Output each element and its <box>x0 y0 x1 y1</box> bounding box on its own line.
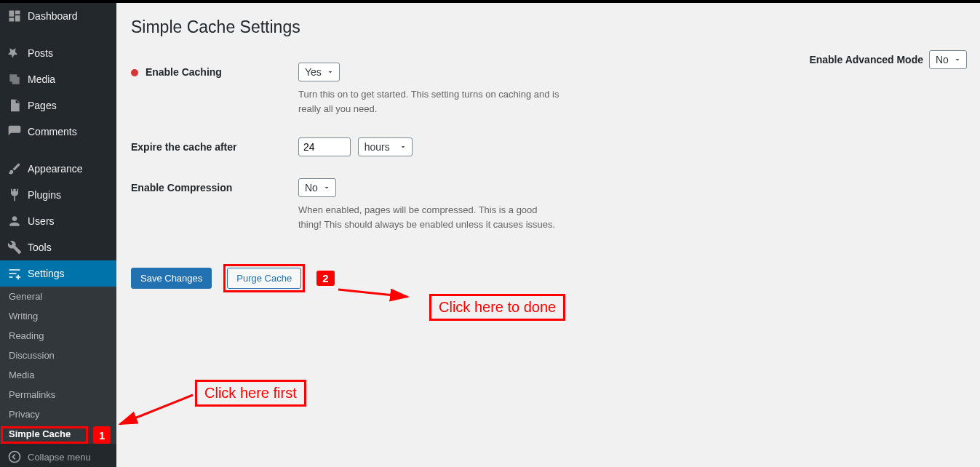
compression-select[interactable]: No <box>298 178 336 197</box>
save-changes-button[interactable]: Save Changes <box>131 268 212 289</box>
annotation-box-purge: Purge Cache <box>223 264 305 292</box>
brush-icon <box>7 161 22 176</box>
content-area: Simple Cache Settings Enable Advanced Mo… <box>116 3 980 307</box>
sidebar-item-plugins[interactable]: Plugins <box>0 182 116 208</box>
submenu-item-permalinks[interactable]: Permalinks <box>0 385 116 404</box>
compression-desc: When enabled, pages will be compressed. … <box>298 203 560 231</box>
annotation-text-1: Click here first <box>195 380 306 407</box>
sidebar-item-label: Pages <box>28 100 57 111</box>
sidebar-item-label: Comments <box>28 126 77 137</box>
sidebar-item-posts[interactable]: Posts <box>0 40 116 66</box>
sliders-icon <box>7 266 22 281</box>
sidebar-item-label: Dashboard <box>28 10 78 22</box>
sidebar-item-dashboard[interactable]: Dashboard <box>0 3 116 29</box>
sidebar-item-label: Appearance <box>28 163 83 175</box>
wrench-icon <box>7 240 22 255</box>
sidebar-item-label: Users <box>28 215 55 227</box>
annotation-text-2: Click here to done <box>429 294 565 321</box>
sidebar-item-label: Settings <box>28 268 65 279</box>
sidebar-item-label: Media <box>28 73 55 85</box>
sidebar-item-label: Plugins <box>28 189 61 201</box>
settings-submenu: General Writing Reading Discussion Media… <box>0 287 116 444</box>
advanced-mode-row: Enable Advanced Mode No <box>809 50 967 69</box>
buttons-row: Save Changes Purge Cache 2 <box>131 264 965 292</box>
advanced-mode-label: Enable Advanced Mode <box>809 54 923 65</box>
status-dot-icon <box>131 69 138 76</box>
enable-caching-desc: Turn this on to get started. This settin… <box>298 87 560 116</box>
admin-sidebar: Dashboard Posts Media Pages Comments App… <box>0 3 116 467</box>
expire-label: Expire the cache after <box>131 141 237 153</box>
advanced-mode-select[interactable]: No <box>929 50 967 69</box>
dashboard-icon <box>7 9 22 23</box>
page-icon <box>7 98 22 113</box>
sidebar-item-comments[interactable]: Comments <box>0 119 116 145</box>
plugin-icon <box>7 188 22 202</box>
svg-point-0 <box>9 452 20 463</box>
sidebar-item-users[interactable]: Users <box>0 208 116 234</box>
pin-icon <box>7 46 22 60</box>
submenu-item-privacy[interactable]: Privacy <box>0 404 116 424</box>
sidebar-item-label: Tools <box>28 242 52 253</box>
sidebar-item-label: Posts <box>28 47 53 59</box>
user-icon <box>7 214 22 228</box>
submenu-item-writing[interactable]: Writing <box>0 306 116 326</box>
sidebar-item-settings[interactable]: Settings <box>0 260 116 287</box>
expire-unit-select[interactable]: hours <box>358 137 413 156</box>
collapse-icon <box>7 450 22 464</box>
compression-label: Enable Compression <box>131 182 232 193</box>
enable-caching-select[interactable]: Yes <box>298 63 340 81</box>
form-table: Enable Caching Yes Turn this on to get s… <box>131 52 965 242</box>
submenu-item-media[interactable]: Media <box>0 365 116 385</box>
page-title: Simple Cache Settings <box>131 17 965 37</box>
sidebar-item-media[interactable]: Media <box>0 66 116 92</box>
media-icon <box>7 72 22 87</box>
annotation-badge-1: 1 <box>93 426 111 444</box>
enable-caching-label: Enable Caching <box>146 66 222 78</box>
expire-value-input[interactable] <box>298 137 351 156</box>
annotation-arrow-1 <box>113 391 200 435</box>
submenu-item-discussion[interactable]: Discussion <box>0 346 116 365</box>
submenu-item-label: Simple Cache <box>9 428 71 439</box>
submenu-item-reading[interactable]: Reading <box>0 326 116 346</box>
annotation-badge-2: 2 <box>316 271 334 286</box>
submenu-item-general[interactable]: General <box>0 287 116 306</box>
comment-icon <box>7 124 22 139</box>
collapse-menu-button[interactable]: Collapse menu <box>0 444 116 467</box>
purge-cache-button[interactable]: Purge Cache <box>227 268 301 289</box>
sidebar-item-tools[interactable]: Tools <box>0 234 116 260</box>
sidebar-item-pages[interactable]: Pages <box>0 92 116 119</box>
collapse-label: Collapse menu <box>28 452 91 463</box>
svg-line-1 <box>120 395 193 424</box>
sidebar-item-appearance[interactable]: Appearance <box>0 156 116 182</box>
